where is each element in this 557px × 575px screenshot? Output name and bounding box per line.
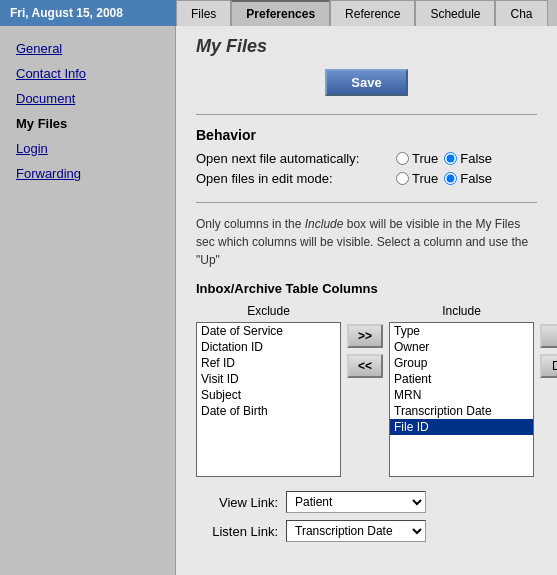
sidebar: General Contact Info Document My Files L… xyxy=(0,26,176,575)
radio-true-1[interactable] xyxy=(396,152,409,165)
include-list[interactable]: Type Owner Group Patient MRN Transcripti… xyxy=(389,322,534,477)
radio-true-label-1[interactable]: True xyxy=(396,151,438,166)
up-button[interactable]: Up xyxy=(540,324,557,348)
tab-cha[interactable]: Cha xyxy=(495,0,547,26)
list-item-date-of-birth[interactable]: Date of Birth xyxy=(197,403,340,419)
radio-false-label-2[interactable]: False xyxy=(444,171,492,186)
view-link-select[interactable]: Patient File ID Type Owner xyxy=(286,491,426,513)
nav-tabs: Files Preferences Reference Schedule Cha xyxy=(176,0,557,26)
exclude-list[interactable]: Date of Service Dictation ID Ref ID Visi… xyxy=(196,322,341,477)
radio-true-text-1: True xyxy=(412,151,438,166)
sidebar-item-contact-info[interactable]: Contact Info xyxy=(0,61,175,86)
divider-2 xyxy=(196,202,537,203)
move-buttons: >> << xyxy=(347,324,383,378)
columns-section: Inbox/Archive Table Columns Exclude Date… xyxy=(196,281,537,477)
list-item-dictation-id[interactable]: Dictation ID xyxy=(197,339,340,355)
top-bar: Fri, August 15, 2008 Files Preferences R… xyxy=(0,0,557,26)
behavior-section: Behavior Open next file automatically: T… xyxy=(196,127,537,186)
divider-1 xyxy=(196,114,537,115)
list-item-mrn[interactable]: MRN xyxy=(390,387,533,403)
radio-false-text-2: False xyxy=(460,171,492,186)
radio-false-text-1: False xyxy=(460,151,492,166)
columns-heading: Inbox/Archive Table Columns xyxy=(196,281,537,296)
behavior-row-1: Open next file automatically: True False xyxy=(196,151,537,166)
view-link-row: View Link: Patient File ID Type Owner xyxy=(196,491,537,513)
radio-group-2: True False xyxy=(396,171,492,186)
exclude-label: Exclude xyxy=(247,304,290,318)
list-item-group[interactable]: Group xyxy=(390,355,533,371)
include-column: Include Type Owner Group Patient MRN Tra… xyxy=(389,304,534,477)
sidebar-item-document[interactable]: Document xyxy=(0,86,175,111)
list-item-transcription-date[interactable]: Transcription Date xyxy=(390,403,533,419)
down-button[interactable]: Down xyxy=(540,354,557,378)
date-display: Fri, August 15, 2008 xyxy=(0,0,176,26)
behavior-row-2: Open files in edit mode: True False xyxy=(196,171,537,186)
behavior-label-1: Open next file automatically: xyxy=(196,151,396,166)
list-item-owner[interactable]: Owner xyxy=(390,339,533,355)
radio-true-text-2: True xyxy=(412,171,438,186)
list-item-date-of-service[interactable]: Date of Service xyxy=(197,323,340,339)
radio-true-2[interactable] xyxy=(396,172,409,185)
list-item-ref-id[interactable]: Ref ID xyxy=(197,355,340,371)
list-item-visit-id[interactable]: Visit ID xyxy=(197,371,340,387)
page-title: My Files xyxy=(196,36,537,57)
tab-reference[interactable]: Reference xyxy=(330,0,415,26)
move-right-button[interactable]: >> xyxy=(347,324,383,348)
listen-link-row: Listen Link: Transcription Date File ID … xyxy=(196,520,537,542)
main-layout: General Contact Info Document My Files L… xyxy=(0,26,557,575)
exclude-column: Exclude Date of Service Dictation ID Ref… xyxy=(196,304,341,477)
radio-false-1[interactable] xyxy=(444,152,457,165)
tab-preferences[interactable]: Preferences xyxy=(231,0,330,26)
radio-group-1: True False xyxy=(396,151,492,166)
behavior-heading: Behavior xyxy=(196,127,537,143)
list-item-type[interactable]: Type xyxy=(390,323,533,339)
radio-true-label-2[interactable]: True xyxy=(396,171,438,186)
sidebar-item-login[interactable]: Login xyxy=(0,136,175,161)
save-button[interactable]: Save xyxy=(325,69,407,96)
behavior-label-2: Open files in edit mode: xyxy=(196,171,396,186)
list-item-patient[interactable]: Patient xyxy=(390,371,533,387)
listen-link-label: Listen Link: xyxy=(196,524,286,539)
sidebar-item-forwarding[interactable]: Forwarding xyxy=(0,161,175,186)
tab-files[interactable]: Files xyxy=(176,0,231,26)
radio-false-2[interactable] xyxy=(444,172,457,185)
sidebar-item-my-files[interactable]: My Files xyxy=(0,111,175,136)
sidebar-item-general[interactable]: General xyxy=(0,36,175,61)
updown-buttons: Up Down xyxy=(540,324,557,378)
move-left-button[interactable]: << xyxy=(347,354,383,378)
listen-link-select[interactable]: Transcription Date File ID Patient Owner xyxy=(286,520,426,542)
include-label: Include xyxy=(442,304,481,318)
view-link-label: View Link: xyxy=(196,495,286,510)
columns-layout: Exclude Date of Service Dictation ID Ref… xyxy=(196,304,537,477)
link-section: View Link: Patient File ID Type Owner Li… xyxy=(196,491,537,542)
list-item-file-id[interactable]: File ID xyxy=(390,419,533,435)
content-area: My Files Save Behavior Open next file au… xyxy=(176,26,557,575)
info-text: Only columns in the Include box will be … xyxy=(196,215,537,269)
tab-schedule[interactable]: Schedule xyxy=(415,0,495,26)
radio-false-label-1[interactable]: False xyxy=(444,151,492,166)
list-item-subject[interactable]: Subject xyxy=(197,387,340,403)
save-button-wrap: Save xyxy=(196,69,537,96)
